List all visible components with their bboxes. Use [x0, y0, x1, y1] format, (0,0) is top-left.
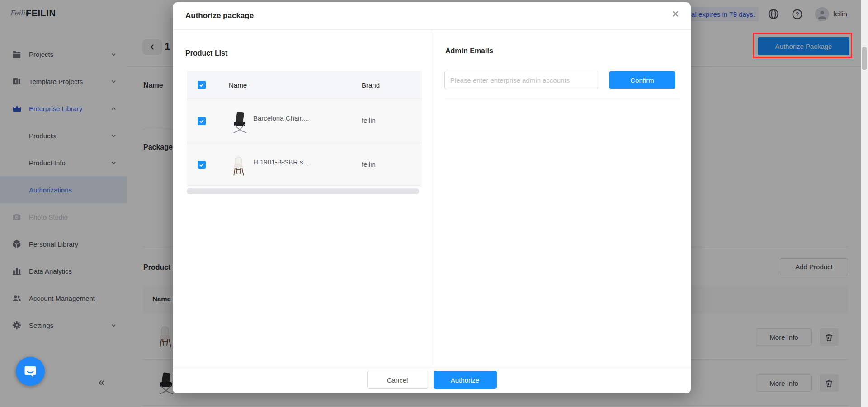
cancel-button[interactable]: Cancel [367, 371, 428, 389]
close-icon[interactable]: × [672, 8, 679, 20]
horizontal-scrollbar[interactable] [187, 188, 419, 194]
modal-product-row[interactable]: Barcelona Chair.... feilin [187, 99, 422, 143]
check-icon [199, 162, 204, 168]
modal-table-header-row: Name Brand [187, 71, 422, 99]
authorize-button[interactable]: Authorize [434, 371, 497, 389]
app-root: Feilin FEILIN ial expires in 79 days. ? … [0, 0, 868, 407]
column-header-brand: Brand [362, 81, 380, 89]
chat-bubble-icon [24, 365, 37, 378]
modal-footer: Cancel Authorize [173, 366, 691, 393]
modal-header: Authorize package × [173, 2, 691, 30]
modal-product-table: Name Brand Barcelona Chair.... feilin [187, 71, 422, 187]
column-header-name: Name [229, 81, 247, 89]
row-checkbox[interactable] [198, 117, 206, 125]
product-thumbnail-black-chair [231, 111, 248, 134]
authorize-package-modal: Authorize package × Product List Name Br… [173, 2, 691, 393]
product-name: Barcelona Chair.... [253, 114, 309, 122]
product-thumbnail-white-chair [231, 156, 246, 177]
product-list-heading: Product List [185, 49, 227, 57]
check-icon [199, 118, 204, 124]
modal-product-row[interactable]: HI1901-B-SBR.s... feilin [187, 143, 422, 187]
product-brand: feilin [362, 160, 376, 168]
highlight-annotation [753, 33, 852, 58]
confirm-button[interactable]: Confirm [609, 71, 675, 89]
chat-launcher-button[interactable] [16, 357, 45, 386]
modal-title: Authorize package [185, 11, 254, 20]
check-icon [199, 82, 204, 88]
admin-emails-input[interactable] [444, 71, 598, 89]
product-name: HI1901-B-SBR.s... [253, 158, 309, 166]
scrollbar-thumb[interactable] [862, 47, 867, 70]
page-scrollbar[interactable] [861, 0, 868, 407]
admin-emails-heading: Admin Emails [445, 47, 493, 55]
admin-emails-section: Admin Emails Confirm [431, 30, 691, 366]
select-all-checkbox[interactable] [198, 81, 206, 89]
product-brand: feilin [362, 117, 376, 124]
admin-section-divider [444, 100, 680, 100]
row-checkbox[interactable] [198, 161, 206, 169]
